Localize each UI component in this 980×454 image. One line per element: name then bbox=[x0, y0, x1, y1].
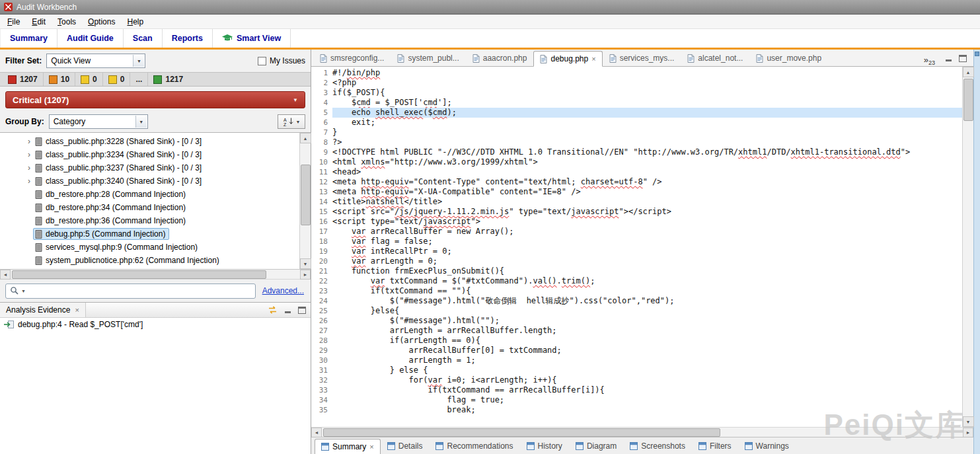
code-line[interactable]: 12<meta http-equiv="Content-Type" conten… bbox=[311, 177, 962, 187]
line-number[interactable]: 13 bbox=[311, 187, 332, 197]
tree-item[interactable]: ›class_public.php:3237 (Shared Sink) - [… bbox=[0, 161, 299, 174]
search-box[interactable]: ▼ bbox=[5, 284, 256, 299]
line-number[interactable]: 17 bbox=[311, 227, 332, 237]
toolbar-tab-audit-guide[interactable]: Audit Guide bbox=[57, 29, 124, 48]
line-number[interactable]: 12 bbox=[311, 177, 332, 187]
code-line[interactable]: 9<!DOCTYPE html PUBLIC "-//W3C//DTD XHTM… bbox=[311, 147, 962, 157]
tree-item[interactable]: db_restore.php:34 (Command Injection) bbox=[0, 201, 299, 214]
code-line[interactable]: 17 var arrRecallBuffer = new Array(); bbox=[311, 227, 962, 237]
line-number[interactable]: 32 bbox=[311, 375, 332, 385]
code-line[interactable]: 35 break; bbox=[311, 405, 962, 415]
code-line[interactable]: 27 arrLength = arrRecallBuffer.length; bbox=[311, 326, 962, 336]
sort-button[interactable]: AZ ▼ bbox=[278, 114, 305, 129]
line-number[interactable]: 29 bbox=[311, 346, 332, 356]
issue-count-chip[interactable]: 0 bbox=[75, 73, 102, 86]
code-line[interactable]: 22 var txtCommand = $("#txtCommand").val… bbox=[311, 276, 962, 286]
line-number[interactable]: 7 bbox=[311, 128, 332, 137]
line-number[interactable]: 31 bbox=[311, 365, 332, 375]
line-number[interactable]: 8 bbox=[311, 137, 332, 147]
line-number[interactable]: 35 bbox=[311, 405, 332, 415]
scrollbar-thumb[interactable] bbox=[12, 270, 266, 279]
code-line[interactable]: 7} bbox=[311, 128, 962, 137]
code-line[interactable]: 2<?php bbox=[311, 78, 962, 88]
toolbar-tab-summary[interactable]: Summary bbox=[0, 29, 57, 48]
code-line[interactable]: 25 }else{ bbox=[311, 306, 962, 316]
code-line[interactable]: 6 exit; bbox=[311, 118, 962, 128]
editor-vertical-scrollbar[interactable]: ▲ ▼ bbox=[962, 67, 973, 427]
toolbar-tab-scan[interactable]: Scan bbox=[124, 29, 163, 48]
tree-item[interactable]: db_restore.php:36 (Command Injection) bbox=[0, 214, 299, 227]
line-number[interactable]: 9 bbox=[311, 147, 332, 157]
issue-count-chip[interactable]: 1207 bbox=[3, 73, 43, 86]
critical-banner[interactable]: Critical (1207) ▼ bbox=[5, 91, 305, 108]
chevron-right-icon[interactable]: › bbox=[25, 165, 33, 171]
chevron-right-icon[interactable]: › bbox=[25, 138, 33, 145]
code-line[interactable]: 5 echo shell_exec($cmd); bbox=[311, 108, 962, 118]
line-number[interactable]: 1 bbox=[311, 68, 332, 78]
minimize-icon[interactable] bbox=[283, 307, 292, 314]
line-number[interactable]: 10 bbox=[311, 157, 332, 167]
tree-horizontal-scrollbar[interactable]: ◄ ► bbox=[0, 270, 311, 280]
line-number[interactable]: 19 bbox=[311, 246, 332, 256]
line-number[interactable]: 18 bbox=[311, 237, 332, 246]
editor-tab-aaacron-php[interactable]: aaacron.php bbox=[466, 50, 534, 66]
issue-count-chip[interactable]: 1217 bbox=[147, 73, 188, 86]
line-number[interactable]: 3 bbox=[311, 88, 332, 98]
code-line[interactable]: 34 flag = true; bbox=[311, 395, 962, 405]
tab-diagram[interactable]: Diagram bbox=[569, 438, 623, 454]
line-number[interactable]: 5 bbox=[311, 108, 332, 118]
line-number[interactable]: 33 bbox=[311, 385, 332, 395]
code-line[interactable]: 4 $cmd = $_POST['cmd']; bbox=[311, 98, 962, 108]
tab-screenshots[interactable]: Screenshots bbox=[623, 438, 692, 454]
tree-item[interactable]: debug.php:5 (Command Injection) bbox=[0, 227, 299, 241]
menu-item-help[interactable]: Help bbox=[121, 15, 149, 28]
tab-details[interactable]: Details bbox=[381, 438, 430, 454]
fast-view-bar[interactable] bbox=[973, 50, 980, 454]
code-line[interactable]: 30 arrLength = 1; bbox=[311, 356, 962, 365]
code-line[interactable]: 24 $("#message").html("敬命倒辑 hell辑成抄").cs… bbox=[311, 296, 962, 306]
tree-item[interactable]: db_restore.php:28 (Command Injection) bbox=[0, 188, 299, 201]
editor-horizontal-scrollbar[interactable]: ◄ ► bbox=[311, 427, 973, 437]
code-line[interactable]: 21 function frmExecPlus_onSubmit(){ bbox=[311, 266, 962, 276]
editor-tab-smsregconfig[interactable]: smsregconfig... bbox=[313, 50, 391, 66]
chevron-right-icon[interactable]: › bbox=[25, 151, 33, 158]
code-line[interactable]: 1#!/bin/php bbox=[311, 68, 962, 78]
code-line[interactable]: 31 } else { bbox=[311, 365, 962, 375]
editor-tab-alcatel-not[interactable]: alcatel_not... bbox=[681, 50, 749, 66]
tab-summary[interactable]: Summary× bbox=[315, 439, 381, 454]
line-number[interactable]: 22 bbox=[311, 276, 332, 286]
code-line[interactable]: 16<script type="text/javascript"> bbox=[311, 217, 962, 227]
maximize-icon[interactable] bbox=[298, 307, 306, 314]
code-line[interactable]: 14<title>natshell</title> bbox=[311, 197, 962, 207]
line-number[interactable]: 30 bbox=[311, 356, 332, 365]
advanced-link[interactable]: Advanced... bbox=[262, 286, 304, 295]
my-issues-checkbox[interactable]: My Issues bbox=[258, 56, 305, 65]
code-line[interactable]: 3if($_POST){ bbox=[311, 88, 962, 98]
editor-tab-system-publ[interactable]: system_publ... bbox=[391, 50, 465, 66]
menu-item-options[interactable]: Options bbox=[82, 15, 121, 28]
chevron-right-icon[interactable]: › bbox=[25, 178, 33, 184]
tab-filters[interactable]: Filters bbox=[692, 438, 738, 454]
line-number[interactable]: 14 bbox=[311, 197, 332, 207]
code-line[interactable]: 26 $("#message").html(""); bbox=[311, 316, 962, 326]
scroll-down-icon[interactable]: ▼ bbox=[300, 258, 311, 269]
maximize-icon[interactable] bbox=[959, 55, 967, 62]
line-number[interactable]: 28 bbox=[311, 336, 332, 346]
scrollbar-thumb[interactable] bbox=[301, 165, 311, 225]
menu-item-edit[interactable]: Edit bbox=[26, 15, 52, 28]
line-number[interactable]: 27 bbox=[311, 326, 332, 336]
close-icon[interactable]: × bbox=[75, 306, 79, 314]
issue-count-chip[interactable]: 10 bbox=[43, 73, 75, 86]
menu-item-file[interactable]: File bbox=[1, 15, 26, 28]
code-line[interactable]: 20 var arrLength = 0; bbox=[311, 256, 962, 266]
line-number[interactable]: 34 bbox=[311, 395, 332, 405]
line-number[interactable]: 15 bbox=[311, 207, 332, 217]
menu-item-tools[interactable]: Tools bbox=[52, 15, 82, 28]
code-line[interactable]: 8?> bbox=[311, 137, 962, 147]
scrollbar-thumb[interactable] bbox=[963, 79, 973, 121]
line-number[interactable]: 16 bbox=[311, 217, 332, 227]
code-line[interactable]: 33 if(txtCommand == arrRecallBuffer[i]){ bbox=[311, 385, 962, 395]
tab-history[interactable]: History bbox=[520, 438, 569, 454]
line-number[interactable]: 24 bbox=[311, 296, 332, 306]
scroll-up-icon[interactable]: ▲ bbox=[300, 133, 311, 143]
